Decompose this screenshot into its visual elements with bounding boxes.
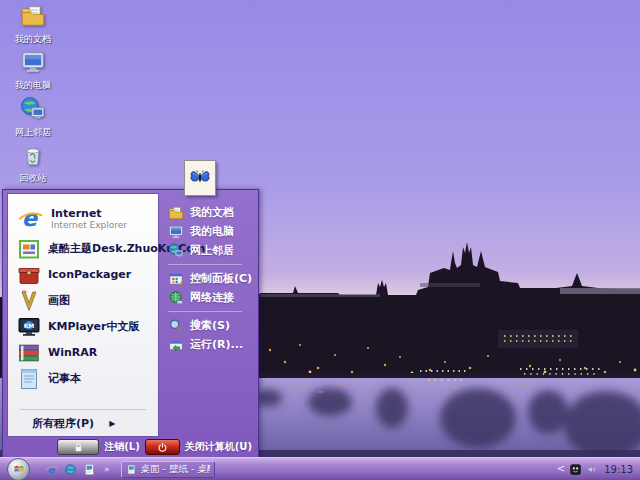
menu-item-control-panel[interactable]: 控制面板(C) (168, 269, 252, 288)
menu-item-label: 画图 (48, 295, 70, 307)
network-places-icon (20, 96, 46, 122)
desktop-icon-label: 回收站 (6, 173, 60, 183)
desktop-icon-my-documents[interactable]: 我的文档 (6, 3, 60, 44)
menu-item-winrar[interactable]: WinRAR (8, 340, 158, 366)
network-connections-icon (168, 290, 184, 306)
log-off-label: 注销(L) (104, 440, 140, 454)
start-menu-pinned-list: Internet Internet Explorer 桌酷主题Desk.Zhuo… (7, 193, 159, 437)
log-off-button[interactable] (57, 439, 99, 455)
menu-item-my-computer[interactable]: 我的电脑 (168, 222, 252, 241)
network-places-icon (168, 243, 184, 259)
menu-item-network-places[interactable]: 网上邻居 (168, 241, 252, 260)
taskbar-window-button[interactable]: 桌面 - 壁纸 - 桌酷壁... (121, 461, 215, 478)
my-computer-icon (168, 224, 184, 240)
menu-item-notepad[interactable]: 记事本 (8, 366, 158, 392)
shutdown-button[interactable] (145, 439, 180, 455)
start-menu: Internet Internet Explorer 桌酷主题Desk.Zhuo… (2, 189, 259, 457)
quick-launch: » (45, 463, 110, 476)
power-icon (157, 442, 168, 453)
separator (168, 311, 242, 312)
desktop-icon-label: 网上邻居 (6, 127, 60, 137)
iconpackager-icon (17, 263, 41, 287)
menu-item-kmplayer[interactable]: KMPlayer中文版 (8, 314, 158, 340)
desktop-icon-network-places[interactable]: 网上邻居 (6, 96, 60, 137)
separator (168, 264, 242, 265)
desktop-icon-label: 我的文档 (6, 34, 60, 44)
menu-item-internet[interactable]: Internet Internet Explorer (8, 201, 158, 236)
lock-icon (73, 442, 84, 453)
paint-icon (17, 289, 41, 313)
menu-item-my-documents[interactable]: 我的文档 (168, 203, 252, 222)
menu-item-label: WinRAR (48, 347, 97, 359)
taskbar-clock: 19:13 (604, 464, 633, 475)
menu-item-label: 记事本 (48, 373, 81, 385)
arrow-right-icon: ▶ (109, 419, 115, 428)
wallpaper-quick-icon[interactable] (83, 463, 96, 476)
zhuoku-theme-icon (17, 237, 41, 261)
separator (20, 409, 146, 410)
menu-item-paint[interactable]: 画图 (8, 288, 158, 314)
start-menu-footer: 注销(L) 关闭计算机(U) (3, 437, 258, 457)
taskbar: » 桌面 - 壁纸 - 桌酷壁... < 19:13 (0, 457, 640, 480)
globe-quick-icon[interactable] (64, 463, 77, 476)
start-menu-places-list: 我的文档 我的电脑 网上邻居 控制面板(C) 网络连接 (159, 193, 254, 437)
menu-item-iconpackager[interactable]: IconPackager (8, 262, 158, 288)
menu-item-run[interactable]: 运行(R)... (168, 335, 252, 354)
my-documents-icon (168, 205, 184, 221)
my-documents-icon (20, 3, 46, 29)
start-button[interactable] (7, 458, 30, 480)
internet-explorer-quick-icon[interactable] (45, 463, 58, 476)
quick-launch-expand-chevron[interactable]: » (104, 465, 110, 474)
recycle-bin-icon (20, 142, 46, 168)
menu-item-zhuoku-theme[interactable]: 桌酷主题Desk.ZhuoKu.Com (8, 236, 158, 262)
desktop-icon-label: 我的电脑 (6, 80, 60, 90)
tray-volume-icon[interactable] (586, 464, 597, 475)
taskbar-window-title: 桌面 - 壁纸 - 桌酷壁... (141, 463, 210, 476)
kmplayer-icon (17, 315, 41, 339)
menu-item-label: IconPackager (48, 269, 131, 281)
run-icon (168, 337, 184, 353)
tray-app-icon[interactable] (569, 463, 582, 476)
menu-item-network-connections[interactable]: 网络连接 (168, 288, 252, 307)
menu-item-label: Internet (51, 208, 127, 220)
all-programs-label: 所有程序(P) (32, 416, 94, 431)
control-panel-icon (168, 271, 184, 287)
system-tray: < 19:13 (557, 458, 640, 480)
butterfly-icon (187, 166, 213, 190)
shutdown-label: 关闭计算机(U) (185, 440, 252, 454)
windows-logo-icon (13, 463, 25, 475)
menu-item-label: KMPlayer中文版 (48, 321, 139, 333)
all-programs-button[interactable]: 所有程序(P) ▶ (8, 412, 158, 434)
menu-item-sublabel: Internet Explorer (51, 220, 127, 230)
search-icon (168, 318, 184, 334)
desktop-icon-my-computer[interactable]: 我的电脑 (6, 49, 60, 90)
window-icon (126, 464, 137, 475)
tray-collapse-chevron[interactable]: < (557, 464, 565, 474)
user-picture[interactable] (184, 160, 216, 196)
my-computer-icon (20, 49, 46, 75)
internet-explorer-icon (17, 205, 44, 232)
menu-item-search[interactable]: 搜索(S) (168, 316, 252, 335)
notepad-icon (17, 367, 41, 391)
winrar-icon (17, 341, 41, 365)
desktop-icon-recycle-bin[interactable]: 回收站 (6, 142, 60, 183)
desktop: 我的文档 我的电脑 网上邻居 回收站 Internet Internet Exp… (0, 0, 640, 480)
